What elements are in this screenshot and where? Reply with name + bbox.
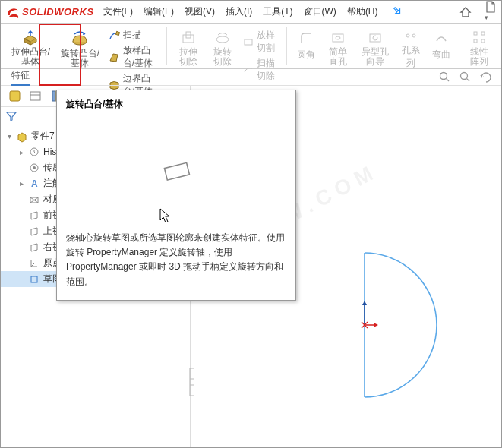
revolve-cut-button[interactable]: 旋转切除: [206, 27, 238, 68]
fillet-button[interactable]: 圆角: [292, 27, 320, 68]
origin-icon: [28, 257, 40, 270]
hole-wizard-button[interactable]: 异型孔向导: [356, 27, 396, 68]
tooltip-preview: [66, 118, 286, 225]
filter-icon[interactable]: [5, 110, 17, 122]
rollback-bar-icon[interactable]: [188, 367, 195, 397]
svg-rect-13: [474, 32, 477, 35]
fillet-icon: [296, 28, 316, 48]
svg-point-10: [373, 36, 377, 40]
main-menu: 文件(F) 编辑(E) 视图(V) 插入(I) 工具(T) 窗口(W) 帮助(H…: [103, 5, 459, 18]
extrude-icon: [21, 28, 40, 46]
plane-icon: [28, 210, 40, 222]
ds-logo-icon: [5, 5, 21, 20]
title-icons: ▾: [459, 0, 497, 24]
menu-pin-icon[interactable]: [392, 5, 403, 18]
hole-series-button[interactable]: 孔系列: [396, 27, 425, 68]
menu-file[interactable]: 文件(F): [103, 5, 133, 18]
sketch-icon: [28, 273, 40, 286]
history-icon: [28, 146, 40, 158]
svg-rect-1: [115, 31, 119, 35]
sweep-icon: [109, 30, 120, 41]
svg-rect-19: [10, 91, 20, 101]
svg-rect-33: [31, 276, 37, 282]
tooltip-title: 旋转凸台/基体: [66, 98, 286, 111]
revolve-cut-icon: [213, 28, 232, 46]
svg-rect-5: [245, 39, 252, 45]
tab-features[interactable]: 特征: [11, 69, 30, 86]
svg-point-12: [412, 34, 415, 37]
svg-point-8: [336, 36, 340, 39]
svg-point-28: [33, 166, 36, 169]
sketch-geometry: [342, 238, 478, 412]
pan-icon[interactable]: [438, 71, 451, 84]
tooltip-description: 烧轴心旋转草图或所选草图轮廓来创建实体特征。使用旋转 PropertyManag…: [66, 231, 286, 289]
svg-text:A: A: [31, 178, 38, 189]
property-manager-icon[interactable]: [29, 90, 42, 103]
svg-rect-2: [183, 35, 194, 43]
simple-hole-icon: [328, 28, 348, 46]
sweep-button[interactable]: 扫描: [106, 28, 163, 43]
flex-icon: [431, 28, 451, 48]
svg-rect-16: [481, 39, 485, 43]
material-icon: [28, 194, 40, 206]
menu-tools[interactable]: 工具(T): [263, 5, 292, 18]
loft-icon: [109, 52, 120, 63]
menu-window[interactable]: 窗口(W): [304, 5, 336, 18]
highlight-annotation: [39, 24, 81, 86]
document-icon[interactable]: ▾: [485, 0, 497, 24]
svg-rect-20: [30, 92, 40, 100]
menu-help[interactable]: 帮助(H): [347, 5, 378, 18]
sensor-icon: [28, 162, 40, 174]
svg-rect-14: [481, 32, 485, 35]
menu-insert[interactable]: 插入(I): [226, 5, 252, 18]
loft-cut-button[interactable]: 放样切割: [240, 28, 282, 55]
menu-view[interactable]: 视图(V): [185, 5, 215, 18]
extrude-cut-icon: [178, 28, 198, 46]
svg-rect-34: [164, 162, 189, 180]
svg-point-18: [461, 73, 468, 80]
annotation-icon: A: [28, 178, 40, 190]
title-bar: SOLIDWORKS 文件(F) 编辑(E) 视图(V) 插入(I) 工具(T)…: [1, 1, 501, 24]
linear-pattern-button[interactable]: 线性阵列: [463, 27, 495, 68]
svg-rect-15: [474, 39, 477, 43]
pattern-icon: [469, 28, 489, 46]
svg-point-4: [216, 36, 229, 43]
flex-button[interactable]: 弯曲: [427, 27, 456, 68]
svg-point-11: [406, 34, 409, 37]
zoom-icon[interactable]: [459, 71, 472, 84]
cursor-icon: [159, 207, 172, 224]
rotate-icon[interactable]: [479, 71, 492, 84]
hole-series-icon: [401, 28, 421, 43]
view-tools: [438, 71, 492, 84]
feature-tree-icon[interactable]: [8, 90, 21, 103]
plane-icon: [28, 226, 40, 238]
svg-rect-7: [333, 34, 343, 42]
menu-edit[interactable]: 编辑(E): [144, 5, 174, 18]
tooltip-revolve: 旋转凸台/基体 烧轴心旋转草图或所选草图轮廓来创建实体特征。使用旋转 Prope…: [56, 90, 296, 301]
loft-cut-icon: [243, 36, 254, 48]
app-logo: SOLIDWORKS: [5, 5, 94, 20]
part-icon: [16, 131, 28, 143]
hole-wizard-icon: [365, 28, 385, 46]
app-name: SOLIDWORKS: [22, 6, 94, 17]
loft-button[interactable]: 放样凸台/基体: [106, 43, 163, 71]
plane-icon: [28, 241, 40, 254]
simple-hole-button[interactable]: 简单直孔: [322, 27, 355, 68]
extrude-cut-button[interactable]: 拉伸切除: [172, 27, 204, 68]
svg-rect-22: [52, 91, 55, 101]
home-icon[interactable]: [459, 5, 472, 19]
